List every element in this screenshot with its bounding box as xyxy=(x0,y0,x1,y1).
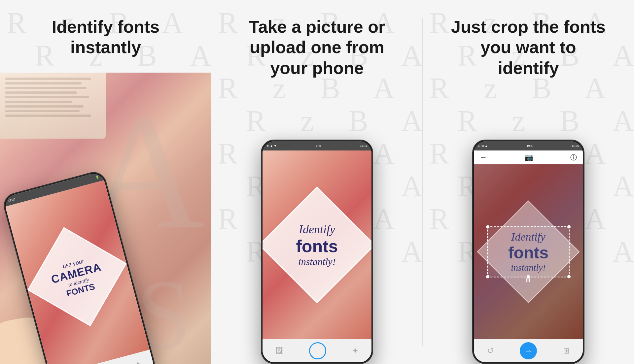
phone-2-statusbar: ★ ▲ ▼ 17% 11:11 xyxy=(263,141,371,150)
panel-2-title: Take a picture or upload one from your p… xyxy=(249,17,385,78)
rotate-icon[interactable]: ↺ xyxy=(487,346,494,355)
phone-2-text-2: fonts xyxy=(272,236,362,256)
phone-2-wrapper: ★ ▲ ▼ 17% 11:11 Identify fonts instantly… xyxy=(261,140,373,364)
phone-3-time: 11:26 xyxy=(571,144,579,148)
phone-3-bottombar: ↺ → ⊞ xyxy=(474,339,583,362)
panel-crop: R z B A g ƒ k L f R z B A g ƒ k L ß R z … xyxy=(423,0,634,364)
phone-2-bottombar: 🖼 ✦ xyxy=(263,339,371,362)
image-icon-2: 🖼 xyxy=(275,346,283,355)
magic-icon-1: ✦ xyxy=(134,359,143,364)
crop-selection xyxy=(487,226,570,278)
panel-identify: R z B A g ƒ k L f R z B A g ƒ k L ß R z … xyxy=(0,0,211,364)
delete-icon[interactable]: 🗑 xyxy=(525,277,531,283)
back-icon[interactable]: ← xyxy=(480,153,487,162)
crop-icon[interactable]: ⊞ xyxy=(563,346,570,355)
phone-3-wrapper: ⊟ ⊞ ▲ 19% 11:26 ← 📷 ⓘ Identify xyxy=(472,140,584,364)
phone-3-battery: 19% xyxy=(527,144,533,148)
phone-1-battery: 🔋 xyxy=(95,175,99,179)
phone-2-time: 11:11 xyxy=(360,144,368,148)
forward-btn-3[interactable]: → xyxy=(520,342,537,359)
phone-3-navbar: ← 📷 ⓘ xyxy=(474,150,583,164)
phone-2-battery: 17% xyxy=(315,144,321,148)
phone-2-text-1: Identify xyxy=(272,222,362,236)
camera-icon-nav[interactable]: 📷 xyxy=(524,153,533,162)
phone-2-icons: ★ ▲ ▼ xyxy=(266,144,277,148)
capture-btn-2[interactable] xyxy=(309,342,326,359)
info-icon[interactable]: ⓘ xyxy=(570,153,577,162)
crop-handle-bl[interactable] xyxy=(486,275,489,279)
panel-upload: R z B A g ƒ k L f R z B A g ƒ k L ß R z … xyxy=(211,0,423,364)
crop-handle-tr[interactable] xyxy=(567,225,571,229)
phone-2-text-3: instantly! xyxy=(272,256,362,267)
panel-3-title: Just crop the fonts you want to identify xyxy=(451,17,606,78)
phone-1-time: 12:30 xyxy=(8,198,16,203)
crop-handle-br[interactable] xyxy=(567,275,571,279)
phone-3-icons: ⊟ ⊞ ▲ xyxy=(478,144,488,148)
crop-handle-tl[interactable] xyxy=(486,225,489,229)
magic-icon-2: ✦ xyxy=(352,346,359,355)
phone-3-statusbar: ⊟ ⊞ ▲ 19% 11:26 xyxy=(474,141,583,150)
panel-1-title: Identify fonts instantly xyxy=(52,17,159,58)
